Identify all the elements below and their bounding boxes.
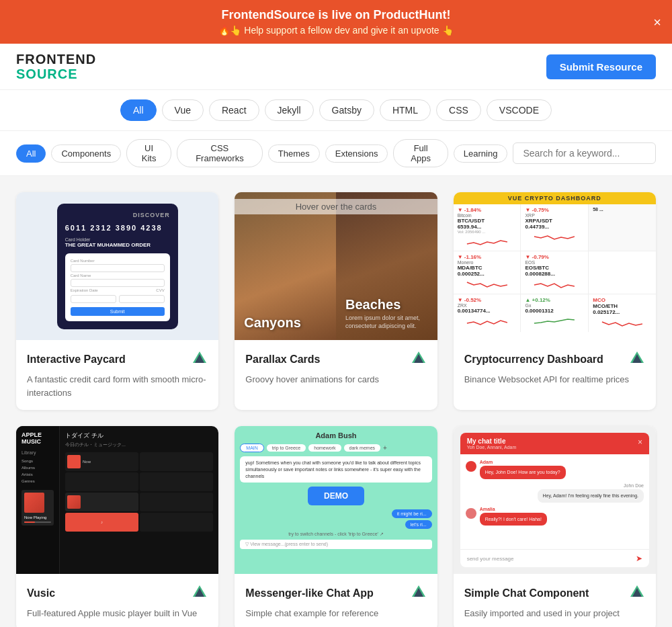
crypto-sparkline-eos (525, 277, 584, 290)
tech-filter-all[interactable]: All (120, 99, 157, 121)
cat-filter-css-frameworks[interactable]: CSS Frameworks (177, 139, 263, 167)
vue-icon-simple-chat (629, 583, 645, 603)
tech-filter-gatsby[interactable]: Gatsby (319, 99, 374, 121)
card-body-parallax: Parallax Cards Groovy hover animations f… (235, 340, 437, 397)
card-desc-paycard: A fantastic credit card form with smooth… (27, 373, 208, 399)
cat-filter-full-apps[interactable]: Full Apps (393, 139, 448, 167)
paycard-mockup: DISCOVER 6011 2312 3890 4238 Card Holder… (57, 204, 178, 329)
card-grid: DISCOVER 6011 2312 3890 4238 Card Holder… (0, 176, 672, 627)
card-title-parallax: Parallax Cards (245, 353, 320, 366)
simple-chat-mockup: My chat title Yoh Doe, Annani, Adam × Ad… (460, 433, 649, 567)
card-preview-crypto: VUE CRYPTO DASHBOARD ▼ -1.84% Bitcoin BT… (454, 192, 656, 340)
parallax-card-canyons: Canyons (235, 192, 336, 340)
banner-close-button[interactable]: × (653, 14, 661, 30)
tech-filter-html[interactable]: HTML (380, 99, 431, 121)
tech-filter-bar: All Vue React Jekyll Gatsby HTML CSS VSC… (0, 90, 672, 131)
card-preview-paycard: DISCOVER 6011 2312 3890 4238 Card Holder… (16, 192, 218, 340)
card-preview-simple-chat: My chat title Yoh Doe, Annani, Adam × Ad… (454, 426, 656, 574)
messenger-mockup: Adam Bush MAIN trip to Greece homework d… (235, 426, 437, 574)
logo[interactable]: FRONTEND SOURCE (16, 52, 96, 81)
cat-filter-learning[interactable]: Learning (454, 144, 508, 163)
card-body-paycard: Interactive Paycard A fantastic credit c… (16, 340, 218, 410)
card-parallax: Hover over the cards Canyons Beaches Lor… (235, 192, 437, 410)
card-title-messenger: Messenger-like Chat App (245, 587, 374, 599)
tech-filter-vue[interactable]: Vue (162, 99, 204, 121)
card-title-simple-chat: Simple Chat Component (464, 587, 589, 599)
card-preview-messenger: Adam Bush MAIN trip to Greece homework d… (235, 426, 437, 574)
card-preview-parallax: Hover over the cards Canyons Beaches Lor… (235, 192, 437, 340)
vue-icon-messenger (411, 583, 427, 603)
cat-filter-all[interactable]: All (16, 144, 46, 163)
card-body-messenger: Messenger-like Chat App Simple chat exam… (235, 574, 437, 627)
card-desc-crypto: Binance Websocket API for realtime price… (464, 373, 645, 386)
announcement-banner: FrontendSource is live on ProductHunt! 🔥… (0, 0, 672, 44)
search-input[interactable] (513, 142, 656, 164)
parallax-hover-label: Hover over the cards (235, 199, 437, 214)
banner-title: FrontendSource is live on ProductHunt! (27, 8, 645, 22)
card-body-vusic: Vusic Full-featured Apple music player b… (16, 574, 218, 627)
submit-resource-button[interactable]: Submit Resource (546, 54, 656, 79)
cat-filter-themes[interactable]: Themes (268, 144, 320, 163)
logo-bottom: SOURCE (16, 67, 96, 81)
crypto-dashboard-mockup: VUE CRYPTO DASHBOARD ▼ -1.84% Bitcoin BT… (454, 192, 656, 340)
card-simple-chat: My chat title Yoh Doe, Annani, Adam × Ad… (454, 426, 656, 627)
tech-filter-react[interactable]: React (209, 99, 259, 121)
header: FRONTEND SOURCE Submit Resource (0, 44, 672, 90)
card-preview-vusic: APPLE MUSIC Library Songs Albums Artists… (16, 426, 218, 574)
card-desc-messenger: Simple chat example for reference (245, 607, 426, 620)
card-desc-vusic: Full-featured Apple music player built i… (27, 607, 208, 620)
cat-filter-extensions[interactable]: Extensions (325, 144, 388, 163)
card-body-simple-chat: Simple Chat Component Easily imported an… (454, 574, 656, 627)
vusic-mockup: APPLE MUSIC Library Songs Albums Artists… (16, 426, 218, 574)
card-title-paycard: Interactive Paycard (27, 353, 126, 366)
cat-filter-ui-kits[interactable]: UI Kits (126, 139, 171, 167)
card-vusic: APPLE MUSIC Library Songs Albums Artists… (16, 426, 218, 627)
card-title-crypto: Cryptocurrency Dashboard (464, 353, 603, 366)
card-messenger: Adam Bush MAIN trip to Greece homework d… (235, 426, 437, 627)
vue-icon-crypto (629, 349, 645, 369)
tech-filter-vscode[interactable]: VSCODE (487, 99, 552, 121)
card-title-vusic: Vusic (27, 587, 55, 599)
vue-icon-parallax (411, 349, 427, 369)
parallax-card-beaches: Beaches Lorem ipsum dolor sit amet, cons… (336, 192, 437, 340)
crypto-sparkline-mda (458, 277, 517, 290)
banner-subtitle: 🔥👆 Help support a fellow dev and give it… (27, 25, 645, 36)
vue-icon-vusic (192, 583, 208, 603)
crypto-sparkline-xrp (525, 230, 584, 243)
messenger-demo-button[interactable]: DEMO (308, 487, 364, 505)
card-desc-simple-chat: Easily imported and used in your project (464, 607, 645, 620)
crypto-sparkline-mco (593, 315, 652, 329)
crypto-sparkline-gx (525, 314, 584, 327)
tech-filter-jekyll[interactable]: Jekyll (265, 99, 314, 121)
card-desc-parallax: Groovy hover animations for cards (245, 373, 426, 386)
card-body-crypto: Cryptocurrency Dashboard Binance Websock… (454, 340, 656, 397)
logo-top: FRONTEND (16, 52, 96, 67)
crypto-sparkline-zrx (458, 314, 517, 327)
crypto-sparkline-btc (458, 234, 517, 247)
tech-filter-css[interactable]: CSS (436, 99, 481, 121)
card-interactive-paycard: DISCOVER 6011 2312 3890 4238 Card Holder… (16, 192, 218, 410)
vue-icon-paycard (192, 349, 208, 369)
category-filter-bar: All Components UI Kits CSS Frameworks Th… (0, 131, 672, 176)
cat-filter-components[interactable]: Components (51, 144, 121, 163)
card-crypto: VUE CRYPTO DASHBOARD ▼ -1.84% Bitcoin BT… (454, 192, 656, 410)
